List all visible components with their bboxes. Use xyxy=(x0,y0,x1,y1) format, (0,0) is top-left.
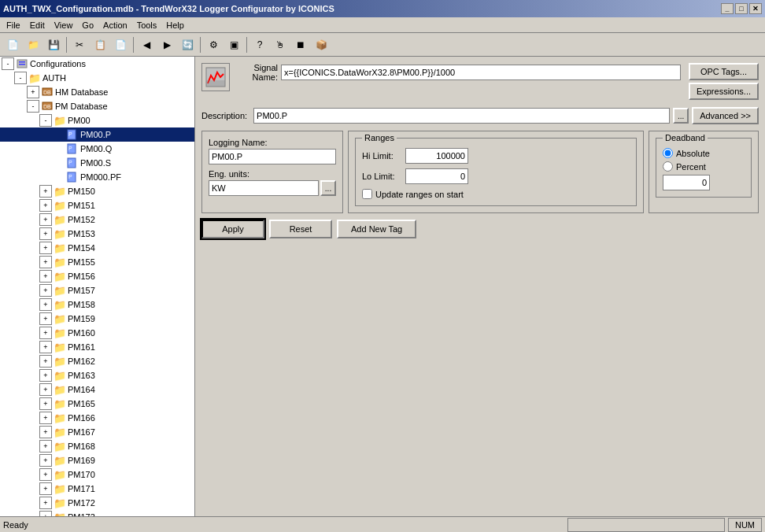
tree-item-pm155[interactable]: +📁PM155 xyxy=(0,255,194,269)
deadband-value-input[interactable] xyxy=(663,175,710,190)
expander-pm167[interactable]: + xyxy=(39,426,52,438)
tree-item-pm164[interactable]: +📁PM164 xyxy=(0,382,194,397)
description-input[interactable] xyxy=(253,108,670,124)
tree-item-pm166[interactable]: +📁PM166 xyxy=(0,411,194,425)
tree-item-pm150[interactable]: +📁PM150 xyxy=(0,184,194,198)
expander-pm00[interactable]: - xyxy=(39,114,52,127)
expander-pm152[interactable]: + xyxy=(39,213,52,226)
toolbar-back[interactable]: ◀ xyxy=(137,35,156,54)
toolbar-help[interactable]: ? xyxy=(250,35,269,54)
reset-button[interactable]: Reset xyxy=(269,220,332,238)
add-new-tag-button[interactable]: Add New Tag xyxy=(337,220,416,238)
tree-pane[interactable]: - Configurations - 📁 AUTH + DB HM Databa… xyxy=(0,57,195,516)
expander-pm157[interactable]: + xyxy=(39,284,52,297)
toolbar-new[interactable]: 📄 xyxy=(3,35,22,54)
close-button[interactable]: ✕ xyxy=(749,3,762,14)
minimize-button[interactable]: _ xyxy=(721,3,734,14)
expander-pm173[interactable]: + xyxy=(39,511,52,516)
tree-item-pm173[interactable]: +📁PM173 xyxy=(0,510,194,516)
eng-units-browse-button[interactable]: ... xyxy=(320,180,336,196)
percent-radio[interactable] xyxy=(663,161,673,172)
expander-pm-database[interactable]: - xyxy=(27,100,39,113)
hi-limit-input[interactable] xyxy=(405,148,468,164)
absolute-radio[interactable] xyxy=(663,148,673,158)
expander-pm169[interactable]: + xyxy=(39,454,52,467)
tree-item-pm00s[interactable]: P PM00.S xyxy=(0,156,194,170)
tree-item-pm172[interactable]: +📁PM172 xyxy=(0,496,194,510)
tree-item-pm00[interactable]: - 📁 PM00 xyxy=(0,113,194,127)
update-ranges-checkbox[interactable] xyxy=(362,189,372,199)
expander-pm155[interactable]: + xyxy=(39,256,52,268)
expressions-button[interactable]: Expressions... xyxy=(689,83,759,100)
maximize-button[interactable]: □ xyxy=(735,3,748,14)
tree-item-pm000pf[interactable]: P PM000.PF xyxy=(0,170,194,184)
tree-item-pm167[interactable]: +📁PM167 xyxy=(0,425,194,439)
toolbar-config[interactable]: ⚙ xyxy=(204,35,223,54)
expander-pm153[interactable]: + xyxy=(39,227,52,240)
expander-pm151[interactable]: + xyxy=(39,199,52,212)
menu-help[interactable]: Help xyxy=(161,19,189,31)
advanced-button[interactable]: Advanced >> xyxy=(692,107,759,124)
toolbar-refresh[interactable]: 🔄 xyxy=(178,35,197,54)
expander-auth[interactable]: - xyxy=(14,72,27,84)
tree-item-pm165[interactable]: +📁PM165 xyxy=(0,397,194,411)
expander-pm150[interactable]: + xyxy=(39,185,52,198)
tree-item-pm00p[interactable]: P PM00.P xyxy=(0,127,194,142)
tree-item-pm154[interactable]: +📁PM154 xyxy=(0,241,194,255)
expander-pm161[interactable]: + xyxy=(39,341,52,353)
signal-name-input-2[interactable] xyxy=(281,84,681,100)
expander-pm156[interactable]: + xyxy=(39,270,52,283)
tree-item-pm00q[interactable]: P PM00.Q xyxy=(0,142,194,156)
menu-go[interactable]: Go xyxy=(77,19,98,31)
menu-action[interactable]: Action xyxy=(98,19,132,31)
eng-units-input[interactable] xyxy=(209,180,319,196)
expander-pm172[interactable]: + xyxy=(39,497,52,509)
expander-pm158[interactable]: + xyxy=(39,298,52,311)
menu-tools[interactable]: Tools xyxy=(132,19,162,31)
menu-view[interactable]: View xyxy=(50,19,78,31)
toolbar-save[interactable]: 💾 xyxy=(44,35,63,54)
toolbar-package[interactable]: 📦 xyxy=(312,35,331,54)
tree-item-pm156[interactable]: +📁PM156 xyxy=(0,269,194,283)
expander-pm154[interactable]: + xyxy=(39,242,52,254)
expander-pm163[interactable]: + xyxy=(39,369,52,382)
toolbar-stop[interactable]: ⏹ xyxy=(291,35,310,54)
tree-item-pm-database[interactable]: - DB PM Database xyxy=(0,99,194,113)
tree-item-pm168[interactable]: +📁PM168 xyxy=(0,439,194,453)
description-browse-button[interactable]: ... xyxy=(673,108,689,124)
tree-item-pm152[interactable]: +📁PM152 xyxy=(0,212,194,227)
tree-item-pm151[interactable]: +📁PM151 xyxy=(0,198,194,212)
tree-item-pm160[interactable]: +📁PM160 xyxy=(0,326,194,340)
expander-pm160[interactable]: + xyxy=(39,327,52,339)
tree-item-pm163[interactable]: +📁PM163 xyxy=(0,368,194,382)
tree-item-auth[interactable]: - 📁 AUTH xyxy=(0,71,194,85)
expander-pm170[interactable]: + xyxy=(39,468,52,481)
tree-item-pm161[interactable]: +📁PM161 xyxy=(0,340,194,354)
tree-item-pm170[interactable]: +📁PM170 xyxy=(0,467,194,482)
tree-item-configurations[interactable]: - Configurations xyxy=(0,57,194,71)
tree-item-pm171[interactable]: +📁PM171 xyxy=(0,482,194,496)
tree-item-pm159[interactable]: +📁PM159 xyxy=(0,312,194,326)
expander-pm171[interactable]: + xyxy=(39,482,52,495)
toolbar-cut[interactable]: ✂ xyxy=(70,35,89,54)
expander-pm166[interactable]: + xyxy=(39,412,52,424)
logging-name-input[interactable] xyxy=(209,149,336,164)
tree-item-pm157[interactable]: +📁PM157 xyxy=(0,283,194,297)
tree-item-pm158[interactable]: +📁PM158 xyxy=(0,297,194,312)
toolbar-copy[interactable]: 📋 xyxy=(91,35,109,54)
tree-item-pm169[interactable]: +📁PM169 xyxy=(0,453,194,467)
menu-file[interactable]: File xyxy=(2,19,25,31)
opc-tags-button[interactable]: OPC Tags... xyxy=(689,63,759,80)
toolbar-paste[interactable]: 📄 xyxy=(111,35,130,54)
expander-pm162[interactable]: + xyxy=(39,355,52,368)
signal-name-input[interactable] xyxy=(281,65,681,80)
toolbar-forward[interactable]: ▶ xyxy=(157,35,176,54)
tree-item-pm162[interactable]: +📁PM162 xyxy=(0,354,194,368)
lo-limit-input[interactable] xyxy=(405,168,468,184)
toolbar-open[interactable]: 📁 xyxy=(24,35,42,54)
expander-hm-database[interactable]: + xyxy=(27,86,39,98)
tree-item-hm-database[interactable]: + DB HM Database xyxy=(0,85,194,99)
expander-configurations[interactable]: - xyxy=(2,57,14,70)
toolbar-select[interactable]: 🖱 xyxy=(271,35,290,54)
tree-item-pm153[interactable]: +📁PM153 xyxy=(0,227,194,241)
